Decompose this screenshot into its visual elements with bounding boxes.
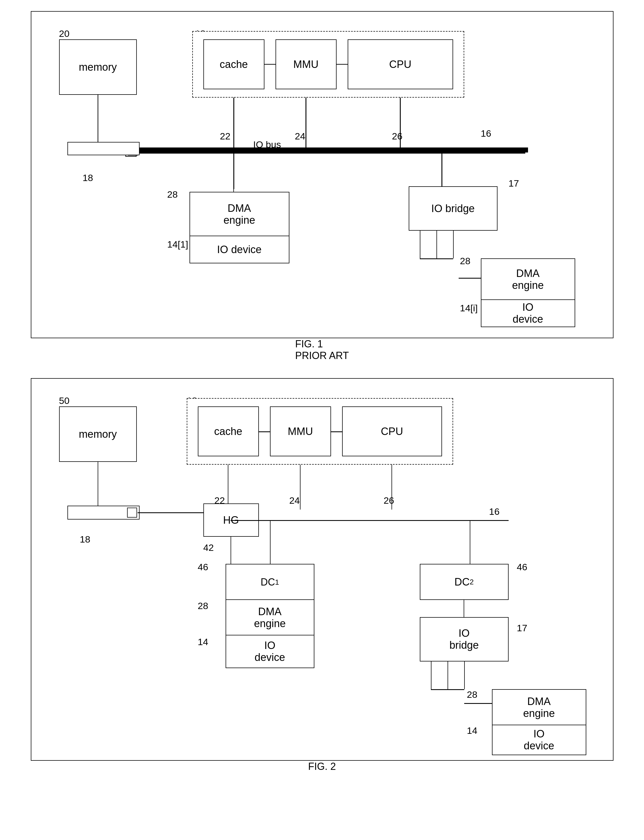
fig2-io-bus-h: [259, 520, 509, 521]
fig1-mem-bus-outer: [67, 142, 140, 155]
fig2-connector-sq: [127, 508, 137, 517]
fig2-cache-v: [228, 465, 228, 509]
fig1-cpu-box: CPU: [348, 39, 453, 89]
fig2-dc2-bridge-v: [464, 600, 465, 618]
fig2-mmu-box: MMU: [270, 406, 331, 456]
fig2-label-28b: 28: [467, 689, 478, 700]
fig1-bridge-v2: [437, 231, 437, 259]
fig2-cache-box: cache: [198, 406, 259, 456]
fig2-bridge-h2: [464, 703, 492, 704]
fig1-bridge-h: [420, 259, 453, 259]
fig2-bus-dc1-v: [270, 520, 271, 565]
fig1-cache-v-line: [233, 98, 234, 148]
fig1-title: FIG. 1 PRIOR ART: [295, 338, 349, 361]
fig1-mem-v-line: [98, 95, 99, 148]
fig2-bridge-h: [431, 689, 464, 690]
fig2-title: FIG. 2: [308, 761, 336, 772]
fig2-io-bridge-box: IO bridge: [420, 617, 509, 662]
fig1-mmu-v-line: [306, 98, 306, 148]
fig1-dma1-box: DMA engine: [189, 192, 289, 236]
fig1-io-bridge-box: IO bridge: [409, 186, 498, 231]
fig2-wrapper: 50 12 memory cache MMU CPU: [11, 378, 633, 772]
fig2-label-42: 42: [204, 542, 214, 553]
fig2-label-50: 50: [59, 395, 70, 406]
fig2-label-17: 17: [517, 623, 527, 634]
fig2-memory-box: memory: [59, 406, 137, 462]
fig1-label-22: 22: [220, 131, 230, 142]
fig1-label-20: 20: [59, 28, 70, 39]
fig1-label-28a: 28: [167, 189, 178, 200]
fig1-mmu-box: MMU: [276, 39, 337, 89]
fig1-label-14-1: 14[1]: [167, 239, 188, 250]
fig2-cache-mmu-h: [259, 431, 270, 432]
fig2-label-46b: 46: [517, 562, 527, 573]
fig1-io2-box: IO device: [481, 300, 575, 327]
fig1-label-16: 16: [481, 128, 491, 139]
fig2-label-18: 18: [80, 534, 90, 545]
fig2-label-26: 26: [384, 495, 394, 506]
fig2-label-16: 16: [489, 506, 500, 517]
fig1-label-26: 26: [392, 131, 402, 142]
fig1-diagram: 20 12 memory cache MMU CPU: [31, 11, 613, 338]
fig2-bridge-v2: [448, 662, 449, 689]
fig2-label-28a: 28: [198, 601, 209, 611]
fig1-caption: FIG. 1 PRIOR ART: [295, 338, 349, 362]
fig2-hg-bus-h: [230, 520, 260, 521]
fig1-io1-box: IO device: [189, 236, 289, 264]
fig1-label-17: 17: [509, 178, 519, 189]
fig2-label-46a: 46: [198, 562, 209, 573]
fig2-io1-box: IO device: [225, 635, 314, 668]
fig2-dma2-box: DMA engine: [492, 689, 586, 725]
fig1-bus-bridge-v: [442, 154, 442, 187]
fig1-bus-dma-v1: [233, 154, 234, 192]
fig2-dc1-box: DC1: [225, 564, 314, 600]
fig1-memory-box: memory: [59, 39, 137, 95]
fig1-label-28b: 28: [460, 255, 471, 267]
fig2-diagram: 50 12 memory cache MMU CPU: [31, 378, 613, 761]
fig2-bridge-v1: [431, 662, 432, 689]
fig2-dc2-box: DC2: [420, 564, 509, 600]
fig2-conn-hg-h: [138, 513, 204, 513]
fig2-cpu-box: CPU: [342, 406, 442, 456]
fig2-caption: FIG. 2: [308, 761, 336, 772]
fig2-io2-box: IO device: [492, 725, 586, 755]
fig2-label-24: 24: [289, 495, 300, 506]
fig2-bridge-v3: [464, 662, 465, 689]
fig2-mmu-cpu-h: [331, 431, 342, 432]
fig1-bridge-v1: [420, 231, 421, 259]
fig2-dma1-box: DMA engine: [225, 599, 314, 635]
fig1-bridge-h2: [458, 278, 481, 278]
fig1-label-14-i: 14[i]: [460, 303, 478, 314]
fig1-label-18: 18: [83, 172, 93, 183]
fig2-mem-v: [98, 462, 99, 509]
fig2-label-14a: 14: [198, 637, 209, 647]
fig1-label-24: 24: [295, 131, 306, 142]
fig2-label-14b: 14: [467, 725, 478, 736]
fig2-bus-dc2-v: [470, 520, 471, 565]
fig1-cache-box: cache: [204, 39, 264, 89]
fig1-wrapper: 20 12 memory cache MMU CPU: [11, 11, 633, 362]
fig1-dma2-box: DMA engine: [481, 259, 575, 300]
fig2-mmu-v: [300, 465, 301, 509]
fig1-bridge-v3: [453, 231, 454, 259]
fig1-io-bus-label: IO bus: [253, 139, 281, 150]
page-container: 20 12 memory cache MMU CPU: [11, 11, 633, 772]
